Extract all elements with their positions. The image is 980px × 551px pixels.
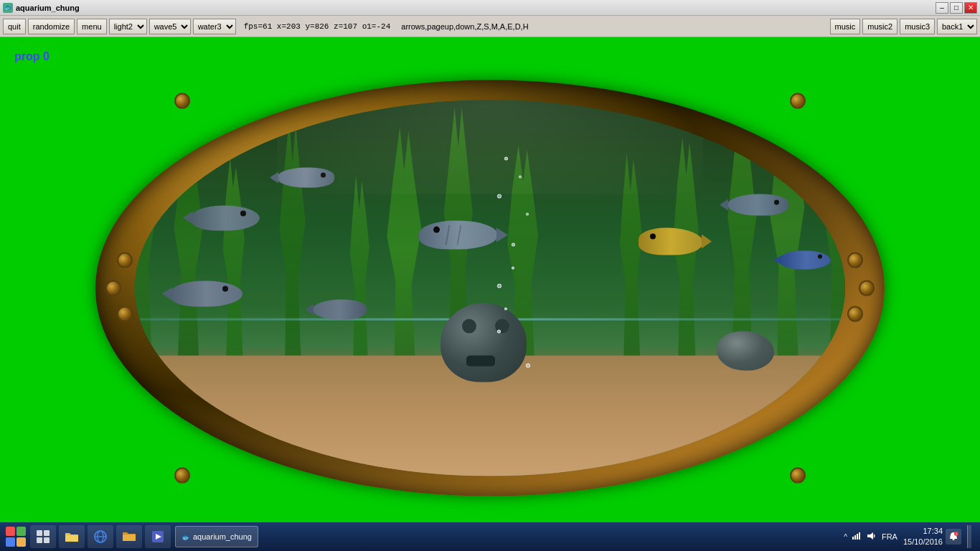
svg-rect-0 <box>37 530 42 536</box>
bolt-ml <box>105 281 121 296</box>
title-bar: 🐟 aquarium_chung – □ ✕ <box>0 0 980 16</box>
bubble-1 <box>504 156 508 160</box>
porthole-container <box>95 80 885 496</box>
bubble-2 <box>519 175 522 178</box>
fish-3 <box>419 220 498 249</box>
folder-icon <box>64 529 80 545</box>
statue-bubble-3 <box>497 284 501 288</box>
rock-statue <box>440 303 527 382</box>
light-select-wrapper: light1 light2 light3 <box>109 19 147 34</box>
active-window-aquarium[interactable]: 🐟 aquarium_chung <box>175 526 258 547</box>
status-display: fps=61 x=203 y=826 z=107 o1=-24 <box>238 22 397 31</box>
active-window-icon: 🐟 <box>182 533 190 541</box>
water-select[interactable]: water1 water2 water3 water4 <box>193 19 236 34</box>
start-button[interactable] <box>3 525 29 548</box>
bubble-5 <box>512 243 515 247</box>
fish-1 <box>277 168 334 188</box>
task-view-button[interactable] <box>30 525 56 548</box>
rock-small <box>717 331 774 371</box>
active-window-title: aquarium_chung <box>193 532 252 541</box>
notification-button[interactable]: 2 <box>946 529 961 545</box>
back-select[interactable]: back1 back2 back3 <box>937 19 977 34</box>
network-icon <box>852 531 862 543</box>
internet-explorer-icon <box>93 529 108 545</box>
prop-label: prop 0 <box>14 50 50 63</box>
bolt-mr2 <box>847 253 863 268</box>
taskbar: 🐟 aquarium_chung ^ FRA <box>0 522 980 551</box>
porthole-viewport <box>135 100 845 476</box>
back-select-wrapper: back1 back2 back3 <box>937 19 977 34</box>
toolbar: quit randomize menu light1 light2 light3… <box>0 16 980 37</box>
bubble-4 <box>526 213 529 216</box>
title-left: 🐟 aquarium_chung <box>3 3 80 13</box>
svg-rect-12 <box>854 535 856 540</box>
bubble-8 <box>526 363 530 367</box>
light-select[interactable]: light1 light2 light3 <box>109 19 147 34</box>
music3-button[interactable]: music3 <box>900 19 935 34</box>
wave-select[interactable]: wave1 wave2 wave3 wave4 wave5 <box>149 19 191 34</box>
close-button[interactable]: ✕ <box>964 2 977 14</box>
language-indicator[interactable]: FRA <box>879 532 900 541</box>
wave-select-wrapper: wave1 wave2 wave3 wave4 wave5 <box>149 19 191 34</box>
title-controls: – □ ✕ <box>936 2 977 14</box>
minimize-button[interactable]: – <box>936 2 948 14</box>
ie-button[interactable] <box>88 525 113 548</box>
quit-button[interactable]: quit <box>3 19 26 34</box>
clock-display[interactable]: 17:34 15/10/2016 <box>903 526 943 548</box>
main-content[interactable]: prop 0 <box>0 37 980 522</box>
folder2-button[interactable] <box>116 525 142 548</box>
maximize-button[interactable]: □ <box>950 2 963 14</box>
fish-5 <box>171 281 242 306</box>
fish-2 <box>192 205 260 230</box>
program-icon <box>150 529 166 545</box>
volume-icon[interactable] <box>866 531 876 543</box>
statue-bubble-4 <box>512 266 514 269</box>
aquarium-scene <box>135 100 845 476</box>
svg-rect-13 <box>857 534 858 540</box>
chevron-icon[interactable]: ^ <box>844 533 847 541</box>
svg-rect-11 <box>852 537 854 540</box>
bolt-mr <box>859 281 875 296</box>
svg-rect-8 <box>123 534 136 541</box>
fish-6 <box>639 228 703 255</box>
bolt-ml3 <box>117 306 133 322</box>
clock-time: 17:34 <box>903 526 943 537</box>
water-select-wrapper: water1 water2 water3 water4 <box>193 19 236 34</box>
music2-button[interactable]: music2 <box>862 19 897 34</box>
menu-button[interactable]: menu <box>77 19 107 34</box>
svg-marker-15 <box>867 532 873 540</box>
bolt-mr3 <box>847 306 863 322</box>
svg-rect-16 <box>953 539 955 540</box>
task-view-icon <box>36 529 50 544</box>
randomize-button[interactable]: randomize <box>28 19 75 34</box>
folder2-icon <box>121 529 137 545</box>
show-desktop-button[interactable] <box>967 525 971 548</box>
svg-rect-14 <box>859 532 860 540</box>
clock-date: 15/10/2016 <box>903 537 943 547</box>
fish-7 <box>781 250 831 269</box>
windows-logo-icon <box>6 527 26 547</box>
fish-4 <box>727 194 788 216</box>
keyboard-hint: arrows,pageup,down,Z,S,M,A,E,D,H <box>398 22 531 31</box>
bolt-ml2 <box>117 253 133 268</box>
system-tray: ^ FRA 17:34 15/10/2016 <box>844 525 977 548</box>
sys-tray-icons: ^ <box>844 531 876 543</box>
svg-rect-4 <box>65 535 78 542</box>
svg-rect-2 <box>37 537 42 543</box>
svg-rect-3 <box>44 537 50 543</box>
program-button[interactable] <box>145 525 171 548</box>
svg-rect-1 <box>44 530 50 536</box>
fish-8 <box>313 299 367 319</box>
taskbar-windows: 🐟 aquarium_chung <box>172 526 844 547</box>
bubble-3 <box>497 194 501 199</box>
statue-bubble-1 <box>497 329 501 333</box>
app-icon: 🐟 <box>3 3 13 13</box>
file-explorer-button[interactable] <box>59 525 85 548</box>
music-button[interactable]: music <box>830 19 861 34</box>
window-title: aquarium_chung <box>16 4 80 12</box>
